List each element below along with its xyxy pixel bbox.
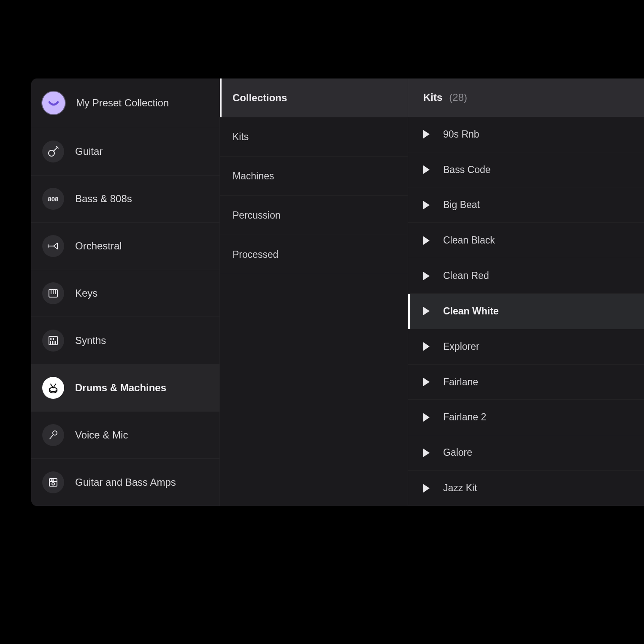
kit-item-label: Fairlane 2	[443, 411, 486, 423]
kits-header-count: (28)	[449, 92, 467, 103]
play-icon	[423, 165, 430, 174]
sidebar-item-voice-mic[interactable]: Voice & Mic	[31, 411, 219, 459]
808-icon: 808	[42, 188, 64, 210]
kit-item[interactable]: Clean Black	[408, 223, 644, 258]
sidebar-item-guitar[interactable]: Guitar	[31, 128, 219, 176]
sidebar-item-amps[interactable]: Guitar and Bass Amps	[31, 459, 219, 506]
kit-item[interactable]: Big Beat	[408, 187, 644, 223]
keys-icon	[42, 282, 64, 304]
sidebar-item-label: Guitar	[75, 146, 103, 157]
svg-point-23	[52, 482, 54, 485]
collection-item-label: Kits	[233, 131, 249, 143]
amp-icon	[42, 471, 64, 493]
kit-item[interactable]: Bass Code	[408, 152, 644, 188]
sidebar-item-label: Voice & Mic	[75, 429, 128, 441]
sidebar-item-label: My Preset Collection	[76, 97, 169, 109]
kit-item-label: Big Beat	[443, 199, 480, 211]
kit-item[interactable]: Jazz Kit	[408, 471, 644, 506]
collections-column: Collections Kits Machines Percussion Pro…	[219, 78, 408, 506]
synth-icon	[42, 330, 64, 352]
svg-point-24	[51, 479, 52, 480]
svg-line-20	[50, 435, 53, 439]
kit-item-label: Clean Black	[443, 235, 495, 246]
sidebar-item-label: Keys	[75, 287, 97, 299]
play-icon	[423, 378, 430, 386]
kit-item[interactable]: Fairlane 2	[408, 400, 644, 435]
collection-item-machines[interactable]: Machines	[220, 157, 408, 196]
kit-item-label: Jazz Kit	[443, 482, 477, 494]
svg-line-1	[53, 147, 57, 152]
preset-browser: My Preset Collection Guitar 808 Bass & 8…	[31, 78, 644, 506]
kits-column: Kits (28) 90s Rnb Bass Code Big Beat Cle…	[408, 78, 644, 506]
play-icon	[423, 201, 430, 209]
kits-header: Kits (28)	[408, 78, 644, 117]
kit-item[interactable]: 90s Rnb	[408, 117, 644, 152]
play-icon	[423, 236, 430, 245]
collection-item-label: Percussion	[233, 210, 281, 221]
collections-header[interactable]: Collections	[220, 78, 408, 117]
kit-item-label: Clean White	[443, 306, 499, 317]
sidebar-item-orchestral[interactable]: Orchestral	[31, 223, 219, 270]
sidebar-item-label: Orchestral	[75, 240, 122, 252]
sidebar-item-bass-808s[interactable]: 808 Bass & 808s	[31, 176, 219, 223]
kit-item[interactable]: Galore	[408, 435, 644, 471]
categories-column: My Preset Collection Guitar 808 Bass & 8…	[31, 78, 219, 506]
play-icon	[423, 413, 430, 422]
kit-item-label: Fairlane	[443, 376, 478, 388]
sidebar-item-label: Bass & 808s	[75, 193, 132, 205]
kit-item-selected[interactable]: Clean White	[408, 294, 644, 329]
kit-item[interactable]: Explorer	[408, 329, 644, 365]
kit-item[interactable]: Fairlane	[408, 365, 644, 400]
kit-item-label: Galore	[443, 447, 472, 458]
play-icon	[423, 307, 430, 315]
collection-item-percussion[interactable]: Percussion	[220, 196, 408, 235]
sidebar-item-label: Drums & Machines	[75, 382, 166, 394]
sidebar-item-keys[interactable]: Keys	[31, 270, 219, 317]
play-icon	[423, 484, 430, 492]
collections-header-label: Collections	[233, 92, 287, 104]
play-icon	[423, 130, 430, 138]
kit-item-label: Explorer	[443, 341, 479, 352]
drum-icon	[42, 377, 64, 399]
kit-item[interactable]: Clean Red	[408, 258, 644, 294]
sidebar-item-label: Synths	[75, 335, 106, 346]
sidebar-item-synths[interactable]: Synths	[31, 317, 219, 364]
play-icon	[423, 449, 430, 457]
svg-point-25	[53, 479, 54, 480]
kit-item-label: Bass Code	[443, 164, 491, 176]
collection-item-processed[interactable]: Processed	[220, 235, 408, 274]
play-icon	[423, 272, 430, 280]
kit-item-label: Clean Red	[443, 270, 489, 281]
kits-header-title: Kits	[423, 92, 442, 103]
preset-collection-icon	[42, 92, 65, 114]
sidebar-item-label: Guitar and Bass Amps	[75, 476, 176, 488]
sidebar-item-my-presets[interactable]: My Preset Collection	[31, 78, 219, 128]
collection-item-label: Processed	[233, 249, 279, 260]
guitar-icon	[42, 141, 64, 162]
kit-item-label: 90s Rnb	[443, 129, 479, 140]
mic-icon	[42, 424, 64, 446]
play-icon	[423, 342, 430, 351]
sidebar-item-drums-machines[interactable]: Drums & Machines	[31, 364, 219, 411]
collection-item-kits[interactable]: Kits	[220, 117, 408, 157]
collection-item-label: Machines	[233, 170, 274, 182]
horn-icon	[42, 235, 64, 257]
